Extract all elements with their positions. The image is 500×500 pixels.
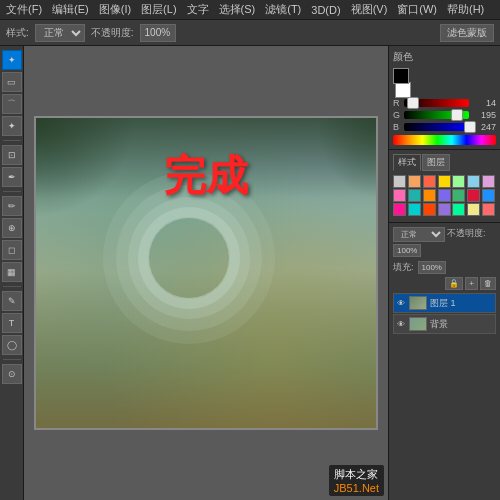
add-layer-button[interactable]: +: [465, 277, 478, 290]
panel-tabs: 样式 图层: [393, 154, 496, 171]
styles-section: 样式 图层: [389, 150, 500, 223]
tools-panel: ✦ ▭ ⌒ ✦ ⊡ ✒ ✏ ⊕ ◻ ▦ ✎ T ◯ ⊙: [0, 46, 24, 500]
style-item-9[interactable]: [423, 189, 436, 202]
layer-eye-1[interactable]: 👁: [396, 298, 406, 308]
brush-tool[interactable]: ✏: [2, 196, 22, 216]
eraser-tool[interactable]: ◻: [2, 240, 22, 260]
menu-help[interactable]: 帮助(H): [447, 2, 484, 17]
green-channel-row: G 195: [393, 110, 496, 120]
pen-tool[interactable]: ✎: [2, 291, 22, 311]
style-item-2[interactable]: [423, 175, 436, 188]
lock-button[interactable]: 🔒: [445, 277, 463, 290]
fill-label: 填充:: [393, 261, 414, 274]
foreground-swatch[interactable]: [393, 68, 409, 84]
canvas-container: 完成: [36, 118, 376, 428]
layer-thumb-2: [409, 317, 427, 331]
crop-tool[interactable]: ⊡: [2, 145, 22, 165]
mode-dropdown[interactable]: 正常: [35, 24, 85, 42]
zoom-tool[interactable]: ⊙: [2, 364, 22, 384]
green-label: G: [393, 110, 401, 120]
green-thumb[interactable]: [451, 109, 463, 121]
layer-name-1: 图层 1: [430, 297, 493, 310]
menu-filter[interactable]: 滤镜(T): [265, 2, 301, 17]
style-item-18[interactable]: [452, 203, 465, 216]
style-item-12[interactable]: [467, 189, 480, 202]
right-panel: 颜色 R 14 G: [388, 46, 500, 500]
style-item-4[interactable]: [452, 175, 465, 188]
blue-slider[interactable]: [404, 123, 469, 131]
blend-mode-select[interactable]: 正常: [393, 227, 445, 242]
layer-name-2: 背景: [430, 318, 493, 331]
fill-input[interactable]: [418, 261, 446, 274]
watermark-net: JB51.Net: [334, 482, 379, 494]
menu-file[interactable]: 文件(F): [6, 2, 42, 17]
marquee-tool[interactable]: ▭: [2, 72, 22, 92]
green-value: 195: [472, 110, 496, 120]
tool-divider-4: [3, 359, 21, 360]
style-item-16[interactable]: [423, 203, 436, 216]
layer-row-2[interactable]: 👁 背景: [393, 314, 496, 334]
stone-overlay: [36, 268, 376, 428]
style-item-15[interactable]: [408, 203, 421, 216]
menu-bar: 文件(F) 编辑(E) 图像(I) 图层(L) 文字 选择(S) 滤镜(T) 3…: [0, 0, 500, 20]
opacity-input[interactable]: [140, 24, 176, 42]
style-item-0[interactable]: [393, 175, 406, 188]
style-item-14[interactable]: [393, 203, 406, 216]
style-item-8[interactable]: [408, 189, 421, 202]
blue-thumb[interactable]: [464, 121, 476, 133]
tool-divider-2: [3, 191, 21, 192]
color-section-header: 颜色: [393, 50, 496, 64]
spectrum-bar[interactable]: [393, 135, 496, 145]
magic-wand-tool[interactable]: ✦: [2, 116, 22, 136]
style-item-19[interactable]: [467, 203, 480, 216]
menu-view[interactable]: 视图(V): [351, 2, 388, 17]
style-item-13[interactable]: [482, 189, 495, 202]
tab-styles[interactable]: 样式: [393, 154, 421, 171]
opacity-label: 不透明度:: [91, 26, 134, 40]
tab-layers[interactable]: 图层: [422, 154, 450, 171]
layer-row-1[interactable]: 👁 图层 1: [393, 293, 496, 313]
menu-window[interactable]: 窗口(W): [397, 2, 437, 17]
red-label: R: [393, 98, 401, 108]
style-item-20[interactable]: [482, 203, 495, 216]
stamp-tool[interactable]: ⊕: [2, 218, 22, 238]
red-slider[interactable]: [404, 99, 469, 107]
gradient-tool[interactable]: ▦: [2, 262, 22, 282]
style-item-6[interactable]: [482, 175, 495, 188]
style-item-7[interactable]: [393, 189, 406, 202]
menu-select[interactable]: 选择(S): [219, 2, 256, 17]
opacity-input-layers[interactable]: [393, 244, 421, 257]
lasso-tool[interactable]: ⌒: [2, 94, 22, 114]
color-section: 颜色 R 14 G: [389, 46, 500, 150]
blue-channel-row: B 247: [393, 122, 496, 132]
style-item-1[interactable]: [408, 175, 421, 188]
menu-3d[interactable]: 3D(D): [311, 4, 340, 16]
style-item-5[interactable]: [467, 175, 480, 188]
layers-toolbar: 正常 不透明度:: [393, 227, 496, 257]
background-swatch[interactable]: [395, 82, 411, 98]
style-item-11[interactable]: [452, 189, 465, 202]
tool-divider-1: [3, 140, 21, 141]
menu-layer[interactable]: 图层(L): [141, 2, 176, 17]
menu-image[interactable]: 图像(I): [99, 2, 131, 17]
shape-tool[interactable]: ◯: [2, 335, 22, 355]
red-thumb[interactable]: [407, 97, 419, 109]
style-item-17[interactable]: [438, 203, 451, 216]
auto-button[interactable]: 滤色蒙版: [440, 24, 494, 42]
layer-thumb-1: [409, 296, 427, 310]
mode-label: 样式:: [6, 26, 29, 40]
style-item-3[interactable]: [438, 175, 451, 188]
green-slider[interactable]: [404, 111, 469, 119]
options-bar: 样式: 正常 不透明度: 滤色蒙版: [0, 20, 500, 46]
move-tool[interactable]: ✦: [2, 50, 22, 70]
text-tool[interactable]: T: [2, 313, 22, 333]
style-item-10[interactable]: [438, 189, 451, 202]
menu-text[interactable]: 文字: [187, 2, 209, 17]
layers-section: 正常 不透明度: 填充: 🔒 + 🗑 👁 图层 1 👁: [389, 223, 500, 500]
style-grid: [393, 175, 496, 216]
delete-layer-button[interactable]: 🗑: [480, 277, 496, 290]
main-area: ✦ ▭ ⌒ ✦ ⊡ ✒ ✏ ⊕ ◻ ▦ ✎ T ◯ ⊙ 完成 脚本之家: [0, 46, 500, 500]
menu-edit[interactable]: 编辑(E): [52, 2, 89, 17]
eyedropper-tool[interactable]: ✒: [2, 167, 22, 187]
layer-eye-2[interactable]: 👁: [396, 319, 406, 329]
